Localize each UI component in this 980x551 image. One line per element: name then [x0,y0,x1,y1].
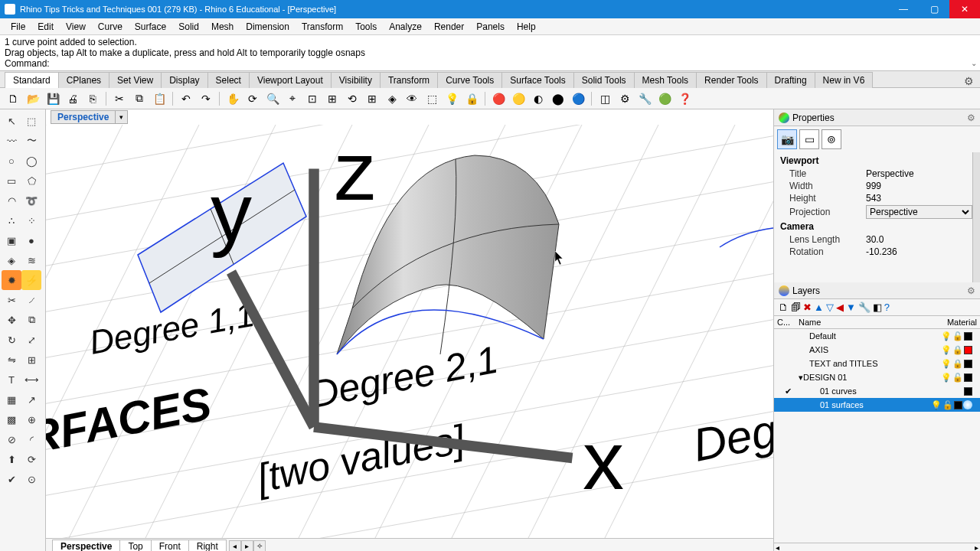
shade-icon[interactable]: ◐ [530,90,547,107]
layers-col-material[interactable]: Material [931,318,977,327]
bottom-tab-top[interactable]: Top [119,540,151,552]
tab-newinv6[interactable]: New in V6 [815,72,874,88]
dim-icon[interactable]: ⟷ [21,370,41,390]
menu-help[interactable]: Help [511,20,542,34]
color-swatch[interactable] [964,360,972,368]
options-icon[interactable]: 🔧 [636,90,653,107]
redo-icon[interactable]: ↷ [198,90,214,107]
arrow-icon[interactable]: ↖ [2,111,21,131]
tab-setview[interactable]: Set View [109,72,162,88]
undo-view-icon[interactable]: ⟲ [344,90,361,107]
split-icon[interactable]: ⟋ [21,290,41,310]
menu-surface[interactable]: Surface [129,20,172,34]
move-icon[interactable]: ✥ [2,310,21,330]
prop-obj-icon[interactable]: ▭ [799,129,819,149]
cplane-icon[interactable]: ◈ [384,90,400,107]
tab-display[interactable]: Display [161,72,207,88]
zoom-selected-icon[interactable]: ⊡ [304,90,321,107]
layer-row[interactable]: TEXT and TITLES 💡🔒 [774,357,980,370]
menu-file[interactable]: File [5,20,31,34]
paste-icon[interactable]: 📋 [151,90,168,107]
layer-row[interactable]: AXIS 💡🔒 [774,343,980,357]
tab-scroll-right-icon[interactable]: ▸ [241,540,253,552]
rect-icon[interactable]: ▭ [2,171,21,191]
join-icon[interactable]: ⚡ [21,270,41,290]
tab-drafting[interactable]: Drafting [766,72,815,88]
named-view-icon[interactable]: 👁 [403,90,420,107]
circle-icon[interactable]: ○ [2,151,21,171]
bulb-icon[interactable]: 💡 [941,359,952,369]
viewport-title[interactable]: Perspective [51,110,116,124]
color-swatch[interactable] [964,332,972,341]
lasso-icon[interactable]: ⬚ [21,111,41,131]
loft-icon[interactable]: ≋ [21,250,41,270]
cut-icon[interactable]: ✂ [111,90,128,107]
explode-icon[interactable]: ✹ [2,270,21,290]
menu-render[interactable]: Render [428,20,470,34]
revolve-icon[interactable]: ⟳ [21,449,41,469]
tab-scroll-left-icon[interactable]: ◂ [229,540,241,552]
new-sublayer-icon[interactable]: 🗐 [791,302,801,313]
prop-mat-icon[interactable]: ⊚ [822,129,841,149]
polygon-icon[interactable]: ⬠ [21,171,41,191]
layer-tools-icon[interactable]: 🔧 [858,302,871,313]
maximize-button[interactable]: ▢ [919,0,949,18]
viewport-dropdown-icon[interactable]: ▾ [116,110,128,124]
fillet-icon[interactable]: ◜ [21,429,41,449]
color-swatch[interactable] [964,373,972,382]
perspective-viewport[interactable]: Degree 1,1 Degree 2,1 Deg RFACES [two va… [46,125,773,538]
color-swatch[interactable] [964,387,972,396]
wireframe-icon[interactable]: ⬤ [550,90,567,107]
bottom-tab-right[interactable]: Right [188,540,227,552]
sphere-icon[interactable]: ● [21,230,41,250]
layers-col-name[interactable]: Name [799,318,931,327]
undo-icon[interactable]: ↶ [178,90,194,107]
menu-edit[interactable]: Edit [31,20,60,34]
lock-icon[interactable]: 🔒 [952,359,963,369]
material-swatch-icon[interactable] [963,400,972,409]
bulb-icon[interactable]: 💡 [931,400,942,410]
bottom-tab-front[interactable]: Front [151,540,189,552]
tab-standard[interactable]: Standard [5,72,59,88]
tab-curvetools[interactable]: Curve Tools [437,72,502,88]
curve-icon[interactable]: 〜 [21,131,41,151]
prop-rotation-value[interactable]: -10.236 [866,246,972,257]
menu-mesh[interactable]: Mesh [205,20,240,34]
menu-view[interactable]: View [60,20,92,34]
help-icon[interactable]: ❓ [676,90,693,107]
new-layer-icon[interactable]: 🗋 [779,302,789,313]
layers-scroll-right-icon[interactable]: ▸ [975,543,978,551]
text-icon[interactable]: T [2,370,21,390]
color-swatch[interactable] [964,346,972,354]
lock-icon[interactable]: 🔒 [952,345,963,355]
prop-view-icon[interactable]: 📷 [777,129,797,149]
tab-rendertools[interactable]: Render Tools [696,72,767,88]
layers-scroll-left-icon[interactable]: ◂ [776,543,779,551]
bulb-icon[interactable]: 💡 [941,345,952,355]
tab-solidtools[interactable]: Solid Tools [573,72,635,88]
bulb-icon[interactable]: 💡 [941,373,952,383]
zoom-window-icon[interactable]: ⌖ [284,90,301,107]
scale-icon[interactable]: ⤢ [21,330,41,350]
menu-curve[interactable]: Curve [92,20,129,34]
tab-transform[interactable]: Transform [380,72,438,88]
close-button[interactable]: ✕ [949,0,980,18]
zoom-extents-icon[interactable]: ⊞ [324,90,341,107]
bottom-tab-perspective[interactable]: Perspective [52,540,120,552]
copy-tool-icon[interactable]: ⧉ [21,310,41,330]
mesh-icon[interactable]: ▩ [2,409,21,429]
tab-cplanes[interactable]: CPlanes [58,72,109,88]
rotate-tool-icon[interactable]: ↻ [2,330,21,350]
lock-icon[interactable]: 🔒 [463,90,480,107]
tab-viewportlayout[interactable]: Viewport Layout [249,72,332,88]
prop-projection-select[interactable]: Perspective [866,205,972,219]
menu-analyze[interactable]: Analyze [383,20,428,34]
copy-icon[interactable]: ⧉ [131,90,148,107]
current-layer-check-icon[interactable]: ✔ [777,386,799,396]
properties-scrollbar[interactable] [972,152,980,282]
extrude-icon[interactable]: ⬆ [2,449,21,469]
pointson-icon[interactable]: ⊙ [21,469,41,489]
open-icon[interactable]: 📂 [24,90,41,107]
zoom-in-icon[interactable]: 🔍 [264,90,281,107]
grasshopper-icon[interactable]: 🟢 [656,90,673,107]
